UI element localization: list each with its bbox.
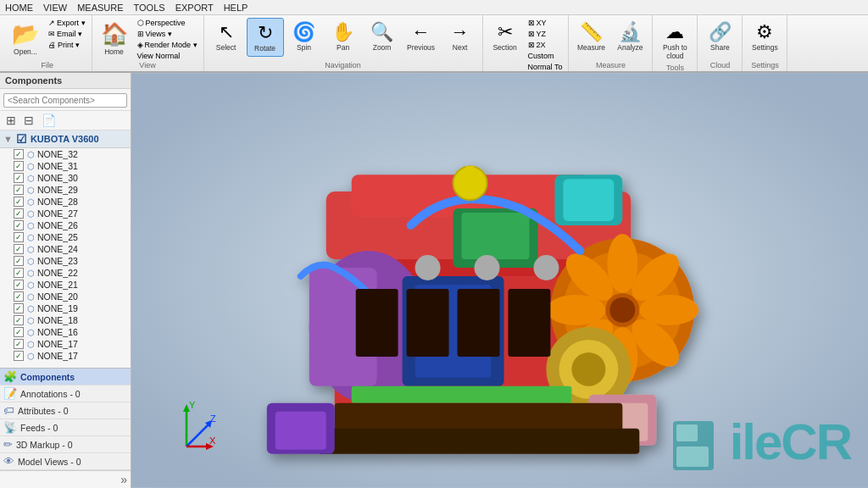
bottom-panel-item[interactable]: 📝Annotations - 0 xyxy=(0,385,131,402)
file-buttons: 📂 Open... ↗ Export ▾ ✉ Email ▾ 🖨 Print ▾ xyxy=(7,18,88,59)
tree-item-label: NONE_17 xyxy=(37,351,78,361)
viewport[interactable]: Y Z X ileCR xyxy=(131,73,868,488)
previous-button[interactable]: ← Previous xyxy=(403,18,440,55)
measure-button[interactable]: 📏 Measure xyxy=(572,18,609,55)
menu-home[interactable]: HOME xyxy=(5,3,33,13)
svg-point-28 xyxy=(571,352,605,386)
tree-item[interactable]: ✓⬡NONE_32 xyxy=(0,148,131,160)
render-mode-button[interactable]: ◈ Render Mode ▾ xyxy=(135,40,200,50)
zoom-icon: 🔍 xyxy=(370,21,393,43)
next-button[interactable]: → Next xyxy=(442,18,479,55)
select-button[interactable]: ↖ Select xyxy=(208,18,245,55)
tree-checkbox[interactable]: ✓ xyxy=(14,327,24,337)
tree-checkbox[interactable]: ✓ xyxy=(14,268,24,278)
ribbon-group-section: ✂ Section ⊠ XY ⊠ YZ ⊠ 2X Custom xyxy=(483,15,570,71)
tree-checkbox[interactable]: ✓ xyxy=(14,173,24,183)
tree-checkbox[interactable]: ✓ xyxy=(14,197,24,207)
tree-item[interactable]: ✓⬡NONE_30 xyxy=(0,172,131,184)
menu-measure[interactable]: MEASURE xyxy=(77,3,123,13)
panel-label: Components xyxy=(20,372,75,382)
tree-checkbox[interactable]: ✓ xyxy=(14,220,24,230)
bottom-panel-item[interactable]: ✏3D Markup - 0 xyxy=(0,436,131,453)
tree-item[interactable]: ✓⬡NONE_25 xyxy=(0,231,131,243)
tree-checkbox[interactable]: ✓ xyxy=(14,351,24,361)
svg-rect-34 xyxy=(318,429,640,454)
tree-checkbox[interactable]: ✓ xyxy=(14,339,24,349)
tree-checkbox[interactable]: ✓ xyxy=(14,185,24,195)
analyze-button[interactable]: 🔬 Analyze xyxy=(611,18,648,55)
open-button[interactable]: 📂 Open... xyxy=(7,18,44,59)
tree-item[interactable]: ✓⬡NONE_16 xyxy=(0,326,131,338)
svg-rect-38 xyxy=(407,289,449,357)
tree-checkbox[interactable]: ✓ xyxy=(14,208,24,219)
menu-tools[interactable]: TOOLS xyxy=(134,3,165,13)
component-icon: ⬡ xyxy=(27,340,35,349)
nav-group-label: Navigation xyxy=(325,61,361,69)
tree-checkbox[interactable]: ✓ xyxy=(14,232,24,242)
tree-root-item[interactable]: ▼ ☑ KUBOTA V3600 xyxy=(0,130,131,148)
tree-item[interactable]: ✓⬡NONE_23 xyxy=(0,255,131,267)
previous-icon: ← xyxy=(412,21,431,43)
search-input[interactable] xyxy=(3,93,127,108)
2x-icon: ⊠ xyxy=(528,41,535,49)
settings-button[interactable]: ⚙ Settings xyxy=(746,18,783,55)
bottom-panel-item[interactable]: 🏷Attributes - 0 xyxy=(0,402,131,419)
tree-item[interactable]: ✓⬡NONE_22 xyxy=(0,267,131,279)
tree-item[interactable]: ✓⬡NONE_24 xyxy=(0,243,131,255)
tree-item[interactable]: ✓⬡NONE_17 xyxy=(0,338,131,350)
tree-checkbox[interactable]: ✓ xyxy=(14,291,24,302)
tree-checkbox[interactable]: ✓ xyxy=(14,315,24,325)
bottom-panel-item[interactable]: 📡Feeds - 0 xyxy=(0,419,131,436)
normal-to-button[interactable]: Normal To xyxy=(526,62,565,72)
rotate-button[interactable]: ↻ Rotate xyxy=(247,18,284,57)
view-group-label: View xyxy=(139,61,155,69)
collapse-all-button[interactable]: ⊟ xyxy=(21,113,36,128)
tree-item[interactable]: ✓⬡NONE_27 xyxy=(0,208,131,219)
svg-text:Z: Z xyxy=(210,413,216,424)
print-button[interactable]: 🖨 Print ▾ xyxy=(46,40,88,50)
home-button[interactable]: 🏠 Home xyxy=(96,18,133,59)
share-button[interactable]: 🔗 Share xyxy=(701,18,738,55)
tree-item[interactable]: ✓⬡NONE_29 xyxy=(0,184,131,196)
ribbon-group-measure: 📏 Measure 🔬 Analyze Measure xyxy=(569,15,653,71)
export-button[interactable]: ↗ Export ▾ xyxy=(46,18,88,28)
tree-checkbox[interactable]: ✓ xyxy=(14,149,24,159)
tree-checkbox[interactable]: ✓ xyxy=(14,280,24,290)
tree-item-label: NONE_17 xyxy=(37,339,78,349)
tree-checkbox[interactable]: ✓ xyxy=(14,303,24,313)
menu-help[interactable]: HELP xyxy=(224,3,248,13)
xy-button[interactable]: ⊠ XY xyxy=(526,18,565,28)
2x-button[interactable]: ⊠ 2X xyxy=(526,40,565,50)
tree-item[interactable]: ✓⬡NONE_26 xyxy=(0,219,131,231)
menu-view[interactable]: VIEW xyxy=(43,3,67,13)
tree-checkbox[interactable]: ✓ xyxy=(14,244,24,254)
expand-all-button[interactable]: ⊞ xyxy=(3,113,19,128)
tree-item[interactable]: ✓⬡NONE_21 xyxy=(0,279,131,291)
perspective-button[interactable]: ⬡ Perspective xyxy=(135,18,200,28)
section-button[interactable]: ✂ Section xyxy=(487,18,524,55)
tree-item[interactable]: ✓⬡NONE_17 xyxy=(0,350,131,362)
email-button[interactable]: ✉ Email ▾ xyxy=(46,29,88,39)
tree-checkbox[interactable]: ✓ xyxy=(14,256,24,266)
zoom-button[interactable]: 🔍 Zoom xyxy=(364,18,401,55)
yz-button[interactable]: ⊠ YZ xyxy=(526,29,565,39)
tree-item[interactable]: ✓⬡NONE_20 xyxy=(0,291,131,302)
menu-export[interactable]: EXPORT xyxy=(175,3,214,13)
view-normal-button[interactable]: View Normal xyxy=(135,51,200,61)
views-button[interactable]: ⊞ Views ▾ xyxy=(135,29,200,39)
pan-button[interactable]: ✋ Pan xyxy=(325,18,362,55)
tree-item[interactable]: ✓⬡NONE_31 xyxy=(0,160,131,172)
spin-button[interactable]: 🌀 Spin xyxy=(286,18,323,55)
measure-buttons: 📏 Measure 🔬 Analyze xyxy=(572,18,648,55)
expand-panel-button[interactable]: » xyxy=(120,473,127,486)
filter-button[interactable]: 📄 xyxy=(39,113,58,128)
bottom-panel-item[interactable]: 🧩Components xyxy=(0,369,131,385)
tree-item[interactable]: ✓⬡NONE_18 xyxy=(0,314,131,326)
bottom-panel-item[interactable]: 👁Model Views - 0 xyxy=(0,453,131,470)
tree-item[interactable]: ✓⬡NONE_28 xyxy=(0,196,131,208)
tree-item[interactable]: ✓⬡NONE_19 xyxy=(0,302,131,314)
component-icon: ⬡ xyxy=(27,292,35,302)
tree-checkbox[interactable]: ✓ xyxy=(14,161,24,171)
custom-button[interactable]: Custom xyxy=(526,51,565,61)
push-to-cloud-button[interactable]: ☁ Push to cloud xyxy=(656,18,693,64)
